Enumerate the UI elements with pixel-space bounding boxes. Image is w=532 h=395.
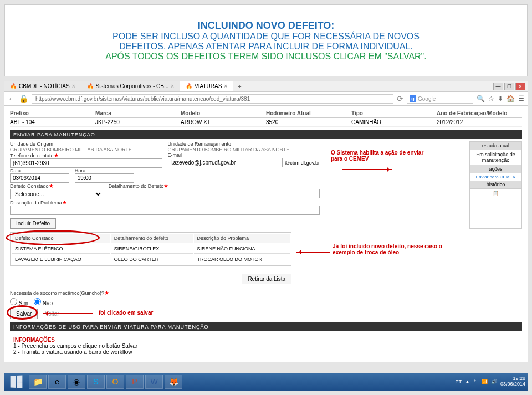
firefox-icon[interactable]: 🦊 <box>165 375 182 389</box>
close-icon[interactable]: × <box>224 83 227 89</box>
descricao-input[interactable] <box>10 206 320 215</box>
table-row[interactable]: SISTEMA ELÉTRICO SIRENE/GIROFLEX SIRENE … <box>12 244 290 254</box>
maximize-button[interactable]: ☐ <box>504 83 514 90</box>
url-input[interactable] <box>32 94 393 104</box>
section-info: INFORMAÇÕES DE USO PARA ENVIAR VIATURA P… <box>10 322 522 331</box>
outlook-icon[interactable]: O <box>106 375 124 389</box>
tab-viaturas[interactable]: 🔥VIATURAS× <box>180 81 233 91</box>
browser-tabs: 🔥CBMDF - NOTÍCIAS× 🔥Sistemas Corporativo… <box>4 81 528 92</box>
enviar-cemev-link[interactable]: Enviar para CEMEV <box>470 173 521 181</box>
radio-sim[interactable]: Sim <box>10 298 28 306</box>
email-input[interactable] <box>168 158 283 167</box>
taskbar: 📁 e ◉ S O P W 🦊 PT ▲ 🏳 📶 🔊 19:28 03/06/2… <box>4 373 528 391</box>
radio-nao[interactable]: Não <box>34 298 53 306</box>
incluir-defeito-button[interactable]: Incluir Defeito <box>10 218 56 229</box>
slide-line3: DEFEITOS, APENAS ATENTAR PARA INCLUIR DE… <box>119 42 413 52</box>
google-icon: g <box>410 95 416 102</box>
download-icon[interactable]: ⬇ <box>498 95 503 102</box>
historico-icon[interactable]: 📋 <box>470 189 521 198</box>
minimize-button[interactable]: — <box>493 83 503 90</box>
close-window-button[interactable]: × <box>515 83 525 90</box>
lock-icon: 🔒 <box>19 94 28 103</box>
annotation-novo-defeito: Já foi incluído novo defeito, nesse caso… <box>332 243 442 255</box>
search-box[interactable]: gGoogle <box>407 94 473 104</box>
tab-noticias[interactable]: 🔥CBMDF - NOTÍCIAS× <box>4 81 81 91</box>
salvar-button[interactable]: Salvar <box>10 309 38 319</box>
reload-button[interactable]: ⟳ <box>397 94 403 103</box>
browser-window: 🔥CBMDF - NOTÍCIAS× 🔥Sistemas Corporativo… <box>4 81 528 362</box>
side-panel: estado atual Em solicitação de manutençã… <box>469 141 522 229</box>
close-icon[interactable]: × <box>72 83 75 89</box>
search-icon[interactable]: 🔍 <box>477 95 485 102</box>
flag-icon[interactable]: 🏳 <box>473 379 478 384</box>
chrome-icon[interactable]: ◉ <box>68 375 85 389</box>
language-indicator[interactable]: PT <box>456 379 462 384</box>
tray-up-icon[interactable]: ▲ <box>465 379 470 384</box>
close-icon[interactable]: × <box>171 83 174 89</box>
start-button[interactable] <box>7 374 25 389</box>
detalhamento-input[interactable] <box>109 189 320 198</box>
annotation-enviar: O Sistema habilita a ação de enviar para… <box>331 150 423 162</box>
vehicle-header-row: Prefixo Marca Modelo Hodômetro Atual Tip… <box>10 109 522 118</box>
defect-table: Defeito Constado Detalhamento do defeito… <box>10 232 291 266</box>
windows-logo-icon <box>11 375 23 388</box>
network-icon[interactable]: 📶 <box>482 379 488 384</box>
back-button[interactable]: ← <box>8 94 16 103</box>
slide-line2: PODE SER INCLUSO A QUANTIDADE QUE FOR NE… <box>112 32 420 42</box>
annotation-salvar: foi clicado em salvar <box>99 310 153 316</box>
clock[interactable]: 19:28 03/06/2014 <box>500 376 525 387</box>
section-enviar: ENVIAR PARA MANUTENÇÃO <box>10 130 522 139</box>
page-content: Prefixo Marca Modelo Hodômetro Atual Tip… <box>4 106 528 362</box>
hora-input[interactable] <box>75 173 134 183</box>
vehicle-data-row: ABT - 104 JKP-2250 ARROW XT 3520 CAMINHÃ… <box>10 118 522 127</box>
required-star: ★ <box>54 152 59 158</box>
explorer-icon[interactable]: 📁 <box>29 375 47 389</box>
tab-sistemas[interactable]: 🔥Sistemas Corporativos - CB...× <box>81 81 181 91</box>
bookmark-icon[interactable]: ☆ <box>488 95 494 102</box>
table-row[interactable]: LAVAGEM E LUBRIFICAÇÃO ÓLEO DO CÁRTER TR… <box>12 255 290 264</box>
url-bar: ← 🔒 ⟳ gGoogle 🔍 ☆ ⬇ 🏠 ☰ <box>4 92 528 106</box>
telefone-input[interactable] <box>10 158 162 168</box>
reman-label: Unidade de Remanejamento <box>168 141 320 147</box>
powerpoint-icon[interactable]: P <box>126 375 144 389</box>
slide-header: INCLUINDO NOVO DEFEITO: PODE SER INCLUSO… <box>4 4 528 76</box>
slide-line1: INCLUINDO NOVO DEFEITO: <box>198 20 335 32</box>
system-tray: PT ▲ 🏳 📶 🔊 19:28 03/06/2014 <box>456 376 525 387</box>
volume-icon[interactable]: 🔊 <box>491 379 497 384</box>
defeito-select[interactable]: Selecione... <box>10 189 103 199</box>
origem-label: Unidade de Origem <box>10 141 162 147</box>
info-box: INFORMAÇÕES 1 - Preeencha os campos e cl… <box>10 334 522 358</box>
data-input[interactable] <box>10 173 69 183</box>
slide-line4: APÓS TODOS OS DEFEITOS TEREM SIDO INCLUS… <box>105 52 427 61</box>
skype-icon[interactable]: S <box>87 375 105 389</box>
ie-icon[interactable]: e <box>48 375 66 389</box>
window-controls: — ☐ × <box>493 83 528 90</box>
menu-icon[interactable]: ☰ <box>518 95 524 102</box>
new-tab-button[interactable]: + <box>233 82 245 91</box>
word-icon[interactable]: W <box>145 375 163 389</box>
home-icon[interactable]: 🏠 <box>507 95 515 102</box>
retirar-lista-button[interactable]: Retirar da Lista <box>242 274 291 284</box>
